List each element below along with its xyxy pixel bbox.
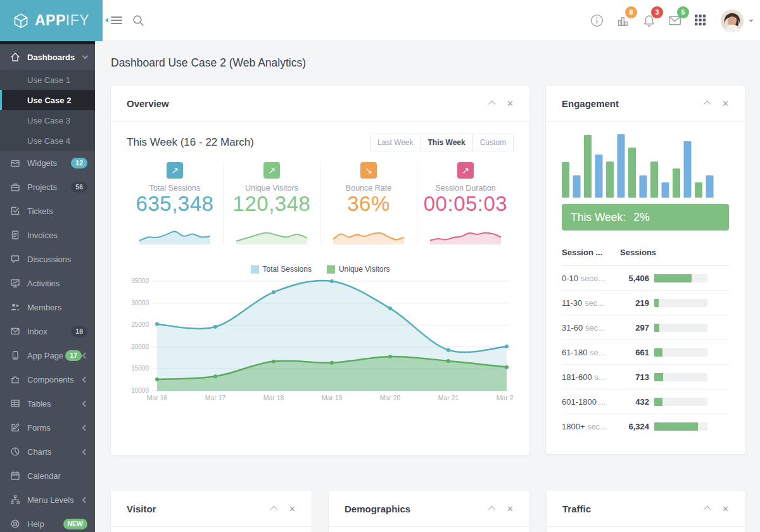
svg-text:Mar 17: Mar 17 — [205, 394, 226, 402]
stats-button[interactable]: 8 — [610, 8, 636, 34]
messages-button[interactable]: 5 — [662, 8, 688, 34]
sidebar-item-discussions[interactable]: Discussions — [0, 247, 95, 271]
sidebar-item-forms[interactable]: Forms — [0, 415, 95, 440]
overview-panel: Overview This Week (16 - 22 March) Last … — [111, 86, 529, 455]
envelope-icon — [10, 326, 20, 336]
sidebar-item-projects[interactable]: Projects 56 — [0, 175, 95, 199]
traffic-panel: Traffic — [547, 491, 745, 532]
app-logo[interactable]: APPIFY — [0, 0, 103, 41]
last-week-button[interactable]: Last Week — [370, 134, 421, 151]
close-icon[interactable] — [722, 504, 729, 514]
sidebar-item-charts[interactable]: Charts — [0, 440, 95, 464]
custom-button[interactable]: Custom — [472, 134, 514, 151]
svg-text:15000: 15000 — [131, 365, 149, 372]
check-square-icon — [10, 206, 20, 216]
notifications-button[interactable]: 3 — [636, 8, 662, 34]
grid-icon — [695, 15, 707, 27]
close-icon[interactable] — [722, 99, 729, 108]
chat-icon — [10, 254, 20, 264]
sidebar-item-help[interactable]: Help NEW — [0, 512, 95, 532]
chevron-left-icon — [82, 376, 89, 383]
document-icon — [10, 230, 20, 240]
panel-title: Engagement — [562, 98, 706, 109]
close-icon[interactable] — [507, 99, 514, 108]
stat-bounce-rate: ↘ Bounce Rate 36% — [320, 162, 417, 244]
this-week-banner: This Week: 2% — [562, 204, 729, 231]
trend-up-icon: ↗ — [167, 162, 183, 179]
life-ring-icon — [10, 519, 20, 529]
svg-text:Mar 18: Mar 18 — [263, 394, 284, 402]
sidebar-item-menu-levels[interactable]: Menu Levels — [0, 488, 95, 512]
sidebar-item-inbox[interactable]: Inbox 18 — [0, 319, 95, 343]
table-row: 11-30 sec...219 — [562, 291, 729, 315]
sidebar-item-members[interactable]: Members — [0, 295, 95, 319]
svg-text:Mar 16: Mar 16 — [147, 394, 168, 402]
sidebar-item-use-case-4[interactable]: Use Case 4 — [0, 130, 95, 151]
unique-visitors-sparkline — [236, 219, 307, 244]
sidebar-item-use-case-3[interactable]: Use Case 3 — [0, 110, 95, 130]
sessions-value: 432 — [620, 397, 649, 407]
svg-text:Mar 19: Mar 19 — [322, 394, 343, 402]
sidebar-item-calendar[interactable]: Calendar — [0, 464, 95, 488]
close-icon[interactable] — [289, 504, 296, 514]
table-icon — [10, 398, 20, 408]
sidebar-toggle-button[interactable] — [105, 15, 122, 26]
sessions-bar — [654, 274, 707, 282]
sessions-bar — [654, 324, 707, 332]
week-title: This Week (16 - 22 March) — [127, 136, 254, 149]
col-header-sessions: Sessions — [620, 248, 656, 257]
chevron-left-icon — [82, 448, 89, 455]
badge: 18 — [71, 326, 87, 337]
stats-row: ↗ Total Sessions 635,348 ↗ Unique Visito… — [127, 162, 514, 244]
puzzle-icon — [10, 374, 20, 384]
svg-text:20000: 20000 — [131, 343, 149, 350]
pie-chart-icon — [10, 446, 20, 457]
info-button[interactable] — [584, 8, 610, 34]
search-button[interactable] — [132, 14, 145, 30]
sessions-bar — [654, 299, 707, 307]
engagement-panel-header: Engagement — [546, 86, 745, 122]
sidebar-item-widgets[interactable]: Widgets 12 — [0, 151, 95, 175]
svg-text:Mar 21: Mar 21 — [438, 394, 459, 402]
visitor-panel: Visitor — [111, 491, 312, 532]
sessions-bar — [654, 373, 707, 381]
sidebar-item-app-pages[interactable]: App Pages 17 — [0, 343, 95, 367]
chart-legend: Total Sessions Unique Visitors — [127, 265, 514, 274]
table-row: 61-180 se...661 — [562, 340, 729, 365]
people-icon — [10, 302, 20, 312]
sidebar-item-label: Dashboards — [27, 53, 83, 62]
legend-unique-visitors: Unique Visitors — [327, 265, 390, 274]
user-menu[interactable] — [720, 9, 754, 33]
presentation-chart-icon — [10, 278, 20, 288]
svg-text:Mar 20: Mar 20 — [380, 394, 401, 402]
sidebar-item-dashboards[interactable]: Dashboards — [0, 44, 95, 70]
sitemap-icon — [10, 495, 20, 505]
pen-square-icon — [10, 422, 20, 433]
engagement-bar-chart — [562, 134, 729, 198]
legend-total-sessions: Total Sessions — [251, 265, 312, 274]
collapse-arrow-icon — [105, 18, 108, 23]
sidebar-item-tickets[interactable]: Tickets — [0, 199, 95, 223]
engagement-panel: Engagement This Week: 2% Session ...Sess… — [546, 86, 745, 454]
sidebar-item-invoices[interactable]: Invoices — [0, 223, 95, 247]
info-icon — [590, 14, 604, 27]
sidebar-item-components[interactable]: Components — [0, 367, 95, 391]
legend-swatch — [251, 265, 259, 274]
home-icon — [10, 52, 20, 62]
panel-title: Demographics — [345, 504, 490, 514]
dashboards-submenu: Use Case 1 Use Case 2 Use Case 3 Use Cas… — [0, 70, 95, 151]
sidebar-item-activities[interactable]: Activities — [0, 271, 95, 295]
widgets-icon — [10, 158, 20, 168]
sessions-value: 297 — [620, 323, 649, 332]
mobile-pages-icon — [10, 350, 20, 360]
panel-title: Overview — [127, 98, 490, 109]
sidebar-item-tables[interactable]: Tables — [0, 391, 95, 415]
range-button-group: Last Week This Week Custom — [370, 134, 514, 151]
apps-button[interactable] — [688, 8, 714, 34]
chevron-left-icon — [82, 400, 89, 407]
this-week-button[interactable]: This Week — [421, 134, 473, 151]
sidebar-item-use-case-2[interactable]: Use Case 2 — [0, 90, 95, 110]
sidebar-item-use-case-1[interactable]: Use Case 1 — [0, 70, 95, 90]
close-icon[interactable] — [507, 504, 514, 514]
sessions-value: 661 — [620, 348, 649, 357]
